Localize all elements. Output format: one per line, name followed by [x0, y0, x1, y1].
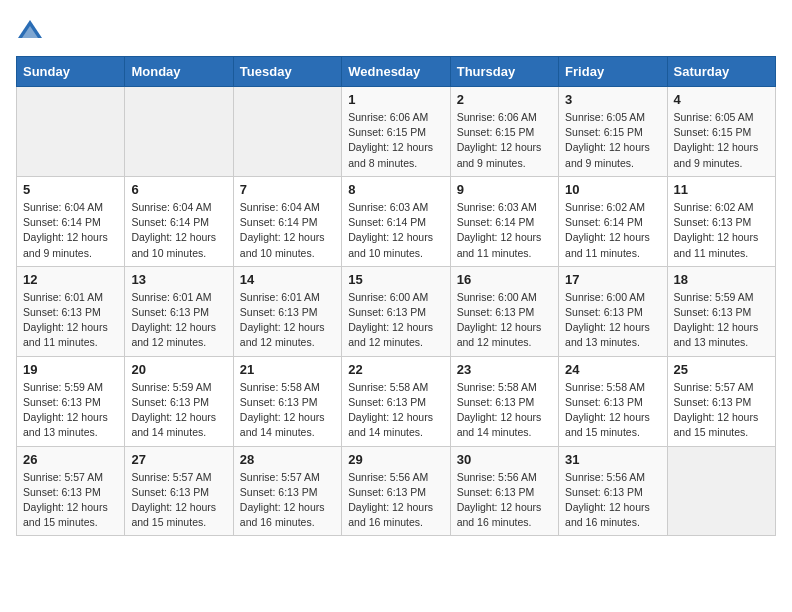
- day-number: 29: [348, 452, 443, 467]
- calendar-cell: 10Sunrise: 6:02 AM Sunset: 6:14 PM Dayli…: [559, 176, 667, 266]
- day-info: Sunrise: 5:57 AM Sunset: 6:13 PM Dayligh…: [23, 470, 118, 531]
- day-info: Sunrise: 5:58 AM Sunset: 6:13 PM Dayligh…: [348, 380, 443, 441]
- day-info: Sunrise: 5:57 AM Sunset: 6:13 PM Dayligh…: [131, 470, 226, 531]
- calendar-header-tuesday: Tuesday: [233, 57, 341, 87]
- calendar-header-thursday: Thursday: [450, 57, 558, 87]
- day-number: 26: [23, 452, 118, 467]
- day-info: Sunrise: 6:02 AM Sunset: 6:13 PM Dayligh…: [674, 200, 769, 261]
- logo-icon: [16, 16, 44, 44]
- day-number: 14: [240, 272, 335, 287]
- day-number: 4: [674, 92, 769, 107]
- calendar-cell: 14Sunrise: 6:01 AM Sunset: 6:13 PM Dayli…: [233, 266, 341, 356]
- calendar-cell: 15Sunrise: 6:00 AM Sunset: 6:13 PM Dayli…: [342, 266, 450, 356]
- day-number: 9: [457, 182, 552, 197]
- calendar-cell: 28Sunrise: 5:57 AM Sunset: 6:13 PM Dayli…: [233, 446, 341, 536]
- day-number: 10: [565, 182, 660, 197]
- day-number: 16: [457, 272, 552, 287]
- calendar-cell: 11Sunrise: 6:02 AM Sunset: 6:13 PM Dayli…: [667, 176, 775, 266]
- calendar-week-2: 5Sunrise: 6:04 AM Sunset: 6:14 PM Daylig…: [17, 176, 776, 266]
- calendar-cell: 9Sunrise: 6:03 AM Sunset: 6:14 PM Daylig…: [450, 176, 558, 266]
- calendar-cell: 2Sunrise: 6:06 AM Sunset: 6:15 PM Daylig…: [450, 87, 558, 177]
- calendar-header-friday: Friday: [559, 57, 667, 87]
- calendar-week-3: 12Sunrise: 6:01 AM Sunset: 6:13 PM Dayli…: [17, 266, 776, 356]
- calendar-cell: [17, 87, 125, 177]
- calendar-cell: 29Sunrise: 5:56 AM Sunset: 6:13 PM Dayli…: [342, 446, 450, 536]
- day-number: 13: [131, 272, 226, 287]
- day-info: Sunrise: 6:06 AM Sunset: 6:15 PM Dayligh…: [457, 110, 552, 171]
- calendar-cell: 30Sunrise: 5:56 AM Sunset: 6:13 PM Dayli…: [450, 446, 558, 536]
- day-number: 24: [565, 362, 660, 377]
- calendar-cell: [233, 87, 341, 177]
- day-info: Sunrise: 6:04 AM Sunset: 6:14 PM Dayligh…: [23, 200, 118, 261]
- day-number: 21: [240, 362, 335, 377]
- day-info: Sunrise: 5:57 AM Sunset: 6:13 PM Dayligh…: [240, 470, 335, 531]
- day-info: Sunrise: 6:00 AM Sunset: 6:13 PM Dayligh…: [565, 290, 660, 351]
- day-number: 2: [457, 92, 552, 107]
- calendar-cell: 23Sunrise: 5:58 AM Sunset: 6:13 PM Dayli…: [450, 356, 558, 446]
- calendar-cell: 20Sunrise: 5:59 AM Sunset: 6:13 PM Dayli…: [125, 356, 233, 446]
- day-info: Sunrise: 5:58 AM Sunset: 6:13 PM Dayligh…: [457, 380, 552, 441]
- day-number: 1: [348, 92, 443, 107]
- calendar-cell: 13Sunrise: 6:01 AM Sunset: 6:13 PM Dayli…: [125, 266, 233, 356]
- day-info: Sunrise: 5:58 AM Sunset: 6:13 PM Dayligh…: [565, 380, 660, 441]
- day-number: 19: [23, 362, 118, 377]
- day-number: 11: [674, 182, 769, 197]
- calendar-cell: 21Sunrise: 5:58 AM Sunset: 6:13 PM Dayli…: [233, 356, 341, 446]
- day-number: 5: [23, 182, 118, 197]
- calendar-cell: [125, 87, 233, 177]
- day-info: Sunrise: 6:05 AM Sunset: 6:15 PM Dayligh…: [674, 110, 769, 171]
- day-number: 18: [674, 272, 769, 287]
- calendar-table: SundayMondayTuesdayWednesdayThursdayFrid…: [16, 56, 776, 536]
- day-info: Sunrise: 6:01 AM Sunset: 6:13 PM Dayligh…: [240, 290, 335, 351]
- calendar-header-saturday: Saturday: [667, 57, 775, 87]
- calendar-cell: 7Sunrise: 6:04 AM Sunset: 6:14 PM Daylig…: [233, 176, 341, 266]
- day-number: 8: [348, 182, 443, 197]
- day-number: 27: [131, 452, 226, 467]
- calendar-cell: 4Sunrise: 6:05 AM Sunset: 6:15 PM Daylig…: [667, 87, 775, 177]
- day-info: Sunrise: 6:01 AM Sunset: 6:13 PM Dayligh…: [23, 290, 118, 351]
- calendar-cell: 31Sunrise: 5:56 AM Sunset: 6:13 PM Dayli…: [559, 446, 667, 536]
- day-info: Sunrise: 5:59 AM Sunset: 6:13 PM Dayligh…: [23, 380, 118, 441]
- day-info: Sunrise: 5:56 AM Sunset: 6:13 PM Dayligh…: [457, 470, 552, 531]
- calendar-cell: 27Sunrise: 5:57 AM Sunset: 6:13 PM Dayli…: [125, 446, 233, 536]
- day-number: 6: [131, 182, 226, 197]
- calendar-header-wednesday: Wednesday: [342, 57, 450, 87]
- day-info: Sunrise: 5:56 AM Sunset: 6:13 PM Dayligh…: [565, 470, 660, 531]
- calendar-cell: 3Sunrise: 6:05 AM Sunset: 6:15 PM Daylig…: [559, 87, 667, 177]
- calendar-week-4: 19Sunrise: 5:59 AM Sunset: 6:13 PM Dayli…: [17, 356, 776, 446]
- calendar-week-1: 1Sunrise: 6:06 AM Sunset: 6:15 PM Daylig…: [17, 87, 776, 177]
- calendar-cell: 5Sunrise: 6:04 AM Sunset: 6:14 PM Daylig…: [17, 176, 125, 266]
- day-number: 22: [348, 362, 443, 377]
- day-info: Sunrise: 5:57 AM Sunset: 6:13 PM Dayligh…: [674, 380, 769, 441]
- day-number: 7: [240, 182, 335, 197]
- day-number: 3: [565, 92, 660, 107]
- day-number: 15: [348, 272, 443, 287]
- logo: [16, 16, 48, 44]
- day-number: 31: [565, 452, 660, 467]
- day-number: 28: [240, 452, 335, 467]
- calendar-cell: 19Sunrise: 5:59 AM Sunset: 6:13 PM Dayli…: [17, 356, 125, 446]
- day-number: 12: [23, 272, 118, 287]
- day-info: Sunrise: 5:56 AM Sunset: 6:13 PM Dayligh…: [348, 470, 443, 531]
- day-number: 25: [674, 362, 769, 377]
- day-number: 17: [565, 272, 660, 287]
- calendar-cell: [667, 446, 775, 536]
- day-info: Sunrise: 6:02 AM Sunset: 6:14 PM Dayligh…: [565, 200, 660, 261]
- day-info: Sunrise: 5:59 AM Sunset: 6:13 PM Dayligh…: [674, 290, 769, 351]
- page-header: [16, 16, 776, 44]
- day-number: 30: [457, 452, 552, 467]
- calendar-cell: 16Sunrise: 6:00 AM Sunset: 6:13 PM Dayli…: [450, 266, 558, 356]
- calendar-cell: 22Sunrise: 5:58 AM Sunset: 6:13 PM Dayli…: [342, 356, 450, 446]
- day-info: Sunrise: 6:04 AM Sunset: 6:14 PM Dayligh…: [240, 200, 335, 261]
- calendar-header-sunday: Sunday: [17, 57, 125, 87]
- calendar-cell: 24Sunrise: 5:58 AM Sunset: 6:13 PM Dayli…: [559, 356, 667, 446]
- calendar-cell: 8Sunrise: 6:03 AM Sunset: 6:14 PM Daylig…: [342, 176, 450, 266]
- day-info: Sunrise: 6:06 AM Sunset: 6:15 PM Dayligh…: [348, 110, 443, 171]
- calendar-cell: 17Sunrise: 6:00 AM Sunset: 6:13 PM Dayli…: [559, 266, 667, 356]
- calendar-cell: 18Sunrise: 5:59 AM Sunset: 6:13 PM Dayli…: [667, 266, 775, 356]
- day-number: 23: [457, 362, 552, 377]
- day-info: Sunrise: 5:58 AM Sunset: 6:13 PM Dayligh…: [240, 380, 335, 441]
- calendar-cell: 26Sunrise: 5:57 AM Sunset: 6:13 PM Dayli…: [17, 446, 125, 536]
- day-number: 20: [131, 362, 226, 377]
- calendar-cell: 1Sunrise: 6:06 AM Sunset: 6:15 PM Daylig…: [342, 87, 450, 177]
